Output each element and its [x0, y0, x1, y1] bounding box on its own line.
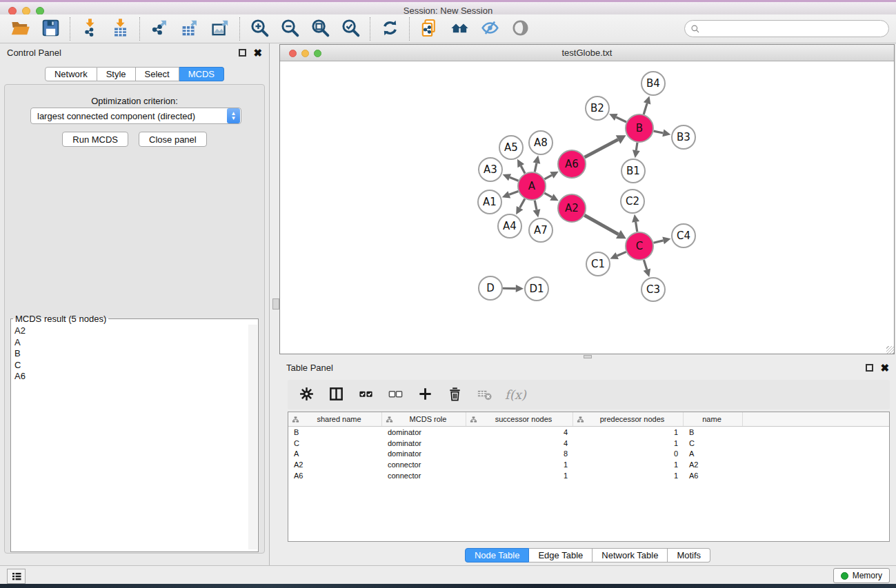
table-cell[interactable]: connector: [382, 460, 466, 469]
mcds-result-list[interactable]: A2ABCA6: [11, 324, 258, 383]
table-cell[interactable]: B: [288, 428, 382, 436]
table-cell[interactable]: 1: [573, 472, 684, 480]
search-input[interactable]: [703, 22, 888, 36]
run-mcds-button[interactable]: Run MCDS: [62, 132, 128, 147]
table-cell[interactable]: C: [684, 439, 743, 447]
zoom-out-button[interactable]: [278, 17, 301, 41]
table-cell[interactable]: A6: [288, 472, 382, 480]
tab-motifs[interactable]: Motifs: [668, 548, 710, 562]
column-header-MCDS-role[interactable]: MCDS role: [382, 412, 466, 426]
table-cell[interactable]: 0: [573, 449, 684, 458]
close-panel-icon[interactable]: ✖: [253, 49, 262, 57]
graph-edge-B-B4[interactable]: [644, 103, 647, 114]
graph-edge-A2-C[interactable]: [584, 215, 618, 234]
export-image-button[interactable]: [208, 17, 232, 41]
graph-edge-C-C1[interactable]: [617, 252, 626, 256]
close-panel-button[interactable]: Close panel: [139, 132, 207, 147]
graph-edge-A6-B[interactable]: [585, 139, 619, 157]
table-cell[interactable]: dominator: [382, 439, 466, 447]
memory-button[interactable]: Memory: [833, 568, 890, 583]
hide-display-button[interactable]: [478, 17, 501, 41]
zoom-fit-button[interactable]: [308, 17, 332, 41]
mcds-result-item[interactable]: C: [14, 360, 258, 372]
table-cell[interactable]: 4: [466, 428, 573, 436]
zoom-in-button[interactable]: [248, 17, 271, 41]
table-cell[interactable]: 1: [573, 428, 684, 436]
panel-divider-grip[interactable]: [272, 298, 279, 310]
table-row[interactable]: Cdominator41C: [288, 438, 889, 449]
tab-network[interactable]: Network: [45, 67, 97, 81]
table-cell[interactable]: 4: [466, 439, 573, 447]
graph-edge-A-A3[interactable]: [510, 177, 518, 181]
table-cell[interactable]: 1: [573, 460, 684, 469]
graph-edge-C-C3[interactable]: [644, 260, 647, 270]
table-row[interactable]: Adominator80A: [288, 448, 889, 459]
table-cell[interactable]: A6: [684, 472, 743, 480]
column-layout-button[interactable]: [327, 386, 345, 404]
import-network-button[interactable]: [78, 17, 101, 41]
table-cell[interactable]: 1: [466, 460, 573, 469]
mcds-result-item[interactable]: B: [14, 348, 258, 360]
clone-network-button[interactable]: [417, 17, 441, 41]
zoom-selected-button[interactable]: [339, 17, 362, 41]
column-header-predecessor-nodes[interactable]: predecessor nodes: [573, 412, 684, 426]
homes-button[interactable]: [448, 17, 471, 41]
graph-edge-A-A1[interactable]: [509, 191, 518, 194]
network-window-titlebar[interactable]: testGlobe.txt: [280, 45, 894, 61]
table-cell[interactable]: dominator: [382, 449, 466, 458]
tab-select[interactable]: Select: [136, 67, 179, 81]
mcds-result-item[interactable]: A: [14, 337, 258, 349]
tab-edge-table[interactable]: Edge Table: [529, 548, 593, 562]
graph-edge-C-C2[interactable]: [636, 222, 637, 232]
table-cell[interactable]: A2: [684, 460, 743, 469]
table-cell[interactable]: B: [684, 428, 743, 436]
mcds-result-item[interactable]: A2: [14, 325, 258, 337]
table-row[interactable]: A2connector11A2: [288, 459, 889, 470]
mcds-result-item[interactable]: A6: [14, 371, 258, 383]
show-panels-button[interactable]: [7, 569, 26, 584]
table-settings-button[interactable]: [297, 386, 315, 404]
table-cell[interactable]: A2: [288, 460, 382, 469]
table-cell[interactable]: 8: [466, 449, 573, 458]
table-row[interactable]: Bdominator41B: [288, 427, 889, 438]
graph-edge-A-A6[interactable]: [544, 175, 552, 179]
tab-node-table[interactable]: Node Table: [465, 548, 530, 562]
deselect-all-checkboxes-button[interactable]: [386, 386, 404, 404]
search-box[interactable]: [684, 20, 889, 37]
select-all-checkboxes-button[interactable]: [357, 386, 375, 404]
import-table-button[interactable]: [108, 17, 132, 41]
graph-edge-B-B2[interactable]: [616, 117, 626, 122]
table-float-panel-icon[interactable]: [866, 364, 873, 372]
graph-edge-A-A8[interactable]: [535, 163, 537, 172]
column-header-successor-nodes[interactable]: successor nodes: [466, 412, 573, 426]
add-row-button[interactable]: [416, 386, 434, 404]
network-canvas[interactable]: B4B2BB3A5A8A6A3AB1A1C2A2A4A7C4CC1DD1C3: [280, 61, 894, 354]
table-cell[interactable]: C: [288, 439, 382, 447]
table-cell[interactable]: connector: [382, 472, 466, 480]
table-cell[interactable]: A: [288, 449, 382, 458]
export-network-button[interactable]: [148, 17, 171, 41]
graph-edge-B-B1[interactable]: [636, 143, 637, 150]
show-display-button[interactable]: [508, 17, 532, 41]
table-cell[interactable]: dominator: [382, 428, 466, 436]
refresh-layout-button[interactable]: [378, 17, 401, 41]
graph-edge-A-A5[interactable]: [521, 166, 525, 174]
criterion-dropdown[interactable]: largest connected component (directed) ▲…: [30, 108, 241, 124]
function-builder-button[interactable]: f(x): [505, 386, 526, 404]
float-panel-icon[interactable]: [239, 49, 246, 57]
table-cell[interactable]: A: [684, 449, 743, 458]
open-file-button[interactable]: [8, 17, 32, 41]
delete-table-button[interactable]: [475, 386, 493, 404]
table-cell[interactable]: 1: [466, 472, 573, 480]
tab-style[interactable]: Style: [97, 67, 136, 81]
export-table-button[interactable]: [178, 17, 201, 41]
graph-edge-A-A2[interactable]: [544, 193, 552, 197]
graph-edge-C-C4[interactable]: [653, 241, 663, 243]
graph-edge-B-B3[interactable]: [654, 131, 664, 133]
table-close-panel-icon[interactable]: ✖: [880, 364, 889, 372]
table-cell[interactable]: 1: [573, 439, 684, 447]
tab-network-table[interactable]: Network Table: [593, 548, 668, 562]
graph-edge-A-A4[interactable]: [520, 199, 525, 207]
delete-row-button[interactable]: [446, 386, 464, 404]
save-session-button[interactable]: [39, 17, 62, 41]
